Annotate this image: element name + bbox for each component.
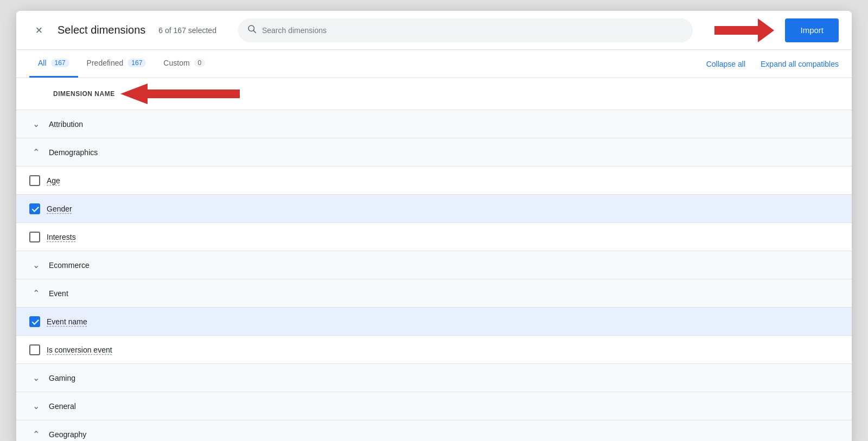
checkbox-is-conversion-event[interactable] [29,344,40,355]
section-attribution[interactable]: ⌄ Attribution [16,110,852,138]
tabs-right: Collapse all Expand all compatibles [706,60,839,68]
section-general[interactable]: ⌄ General [16,392,852,420]
selected-count: 6 of 167 selected [158,26,216,35]
header-right: Import [714,18,839,42]
search-icon [247,24,257,36]
modal-title: Select dimensions [58,24,145,36]
tab-custom[interactable]: Custom 0 [155,50,214,78]
chevron-down-icon-gaming: ⌄ [29,373,42,383]
column-header-row: Dimension name [16,78,852,110]
tabs-row: All 167 Predefined 167 Custom 0 Collapse… [16,50,852,78]
item-gender[interactable]: Gender [16,195,852,223]
section-event[interactable]: ⌃ Event [16,279,852,308]
chevron-up-icon: ⌃ [29,147,42,157]
item-age[interactable]: Age [16,167,852,195]
item-interests[interactable]: Interests [16,223,852,251]
chevron-down-icon: ⌄ [29,119,42,129]
tabs-left: All 167 Predefined 167 Custom 0 [29,50,214,78]
modal-header: × Select dimensions 6 of 167 selected Im… [16,11,852,50]
item-event-name[interactable]: Event name [16,308,852,336]
section-demographics[interactable]: ⌃ Demographics [16,138,852,167]
svg-line-1 [253,30,256,33]
chevron-down-icon-general: ⌄ [29,401,42,411]
import-button[interactable]: Import [785,18,839,42]
red-arrow-left [120,84,240,104]
tab-custom-badge: 0 [194,59,206,67]
tab-predefined-badge: 167 [127,59,146,67]
close-button[interactable]: × [29,21,49,40]
chevron-down-icon-ecommerce: ⌄ [29,260,42,270]
red-arrow-right [714,18,774,42]
svg-marker-3 [120,84,240,104]
search-input[interactable] [262,26,685,35]
collapse-all-button[interactable]: Collapse all [706,60,745,68]
svg-marker-2 [714,18,774,42]
checkbox-interests[interactable] [29,232,40,242]
item-is-conversion-event[interactable]: Is conversion event [16,336,852,364]
dimension-name-column-header: Dimension name [53,84,240,104]
checkbox-gender[interactable] [29,203,40,214]
chevron-up-icon-geography: ⌃ [29,429,42,439]
tab-predefined[interactable]: Predefined 167 [78,50,155,78]
dimension-list: ⌄ Attribution ⌃ Demographics Age Gender … [16,110,852,441]
checkbox-event-name[interactable] [29,316,40,327]
section-geography[interactable]: ⌃ Geography [16,420,852,441]
expand-all-compatibles-button[interactable]: Expand all compatibles [761,60,839,68]
tab-all[interactable]: All 167 [29,50,78,78]
section-gaming[interactable]: ⌄ Gaming [16,364,852,392]
chevron-up-icon-event: ⌃ [29,288,42,298]
select-dimensions-modal: × Select dimensions 6 of 167 selected Im… [16,11,852,441]
checkbox-age[interactable] [29,175,40,186]
search-box [238,18,693,42]
tab-all-badge: 167 [51,59,69,67]
section-ecommerce[interactable]: ⌄ Ecommerce [16,251,852,279]
